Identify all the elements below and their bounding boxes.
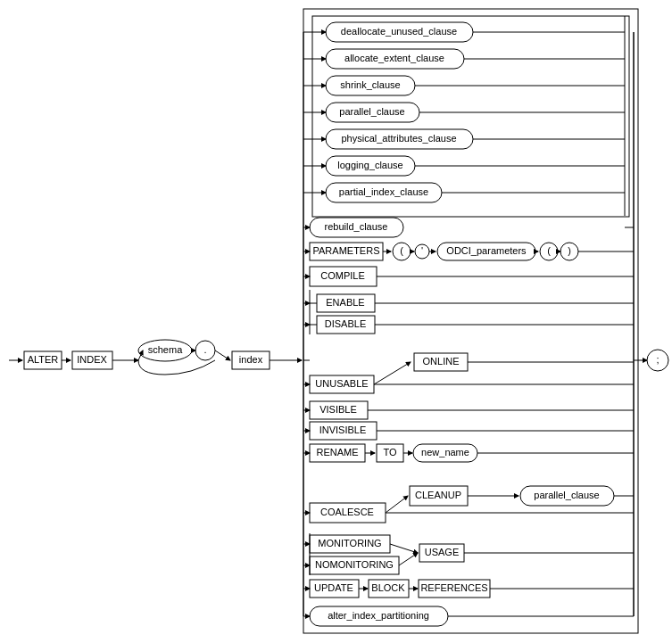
odci-node: ODCI_parameters	[446, 245, 527, 256]
references-node: REFERENCES	[420, 582, 487, 593]
cleanup-node: CLEANUP	[415, 490, 461, 500]
disable-node: DISABLE	[325, 318, 366, 329]
schema-node: schema	[148, 344, 183, 355]
index-kw-node: INDEX	[77, 354, 107, 365]
svg-line-90	[215, 350, 230, 360]
coalesce-node: COALESCE	[320, 507, 374, 517]
alter-index-partitioning-node: alter_index_partitioning	[328, 610, 429, 621]
deallocate-node: deallocate_unused_clause	[341, 26, 457, 37]
new-name-node: new_name	[421, 447, 469, 458]
alter-node: ALTER	[28, 354, 59, 365]
visible-node: VISIBLE	[319, 404, 357, 415]
usage-node: USAGE	[425, 547, 460, 557]
enable-node: ENABLE	[326, 297, 364, 308]
invisible-node: INVISIBLE	[319, 425, 367, 435]
monitoring-node: MONITORING	[318, 538, 381, 548]
logging-node: logging_clause	[337, 160, 402, 170]
rebuild-node: rebuild_clause	[325, 221, 388, 232]
syntax-diagram: deallocate_unused_clause allocate_extent…	[0, 0, 672, 643]
shrink-node: shrink_clause	[340, 79, 400, 90]
unusable-node: UNUSABLE	[315, 378, 368, 389]
allocate-node: allocate_extent_clause	[344, 53, 444, 63]
svg-line-69	[399, 553, 418, 565]
rename-node: RENAME	[316, 447, 358, 458]
svg-text:': '	[421, 245, 423, 256]
svg-line-45	[374, 362, 411, 384]
svg-line-61	[386, 496, 408, 513]
nomonitoring-node: NOMONITORING	[315, 559, 394, 570]
parallel-clause2-node: parallel_clause	[534, 490, 599, 500]
update-node: UPDATE	[314, 582, 353, 593]
dot-node: .	[203, 344, 206, 355]
compile-node: COMPILE	[320, 270, 365, 281]
partial-node: partial_index_clause	[339, 186, 428, 197]
svg-line-68	[390, 544, 418, 553]
svg-text:(: (	[400, 245, 403, 256]
block-node: BLOCK	[371, 582, 405, 593]
parameters-node: PARAMETERS	[313, 245, 380, 256]
online-node: ONLINE	[423, 356, 460, 367]
semicolon-node: ;	[656, 354, 659, 365]
index-node: index	[239, 354, 263, 365]
parallel-node: parallel_clause	[339, 106, 404, 117]
physical-node: physical_attributes_clause	[341, 133, 456, 144]
svg-text:(: (	[547, 245, 551, 256]
to-node: TO	[383, 447, 397, 458]
svg-text:): )	[568, 245, 571, 256]
